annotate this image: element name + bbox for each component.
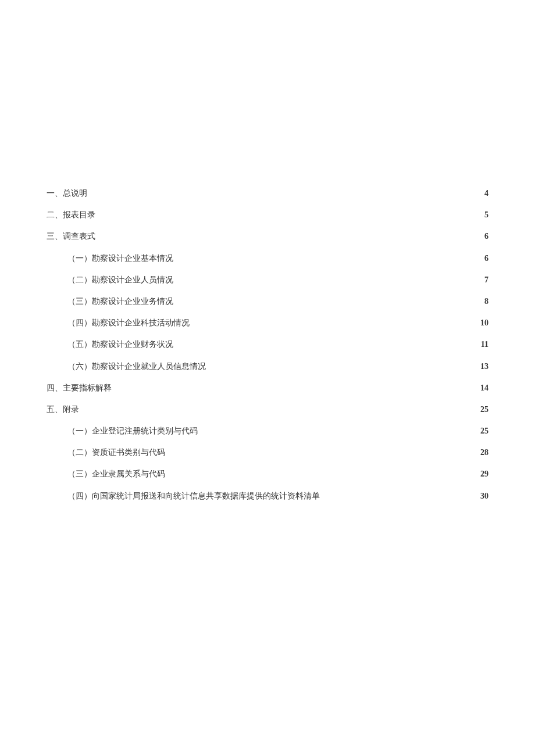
toc-page-number: 8 <box>483 294 488 309</box>
toc-page-number: 13 <box>479 359 488 374</box>
toc-label: （四）勘察设计企业科技活动情况 <box>67 316 190 330</box>
toc-label: （五）勘察设计企业财务状况 <box>67 337 173 352</box>
toc-leader-dots <box>87 188 483 196</box>
toc-entry: （六）勘察设计企业就业人员信息情况13 <box>47 359 488 374</box>
toc-label: 二、报表目录 <box>47 207 95 222</box>
toc-label: （三）企业隶属关系与代码 <box>67 467 165 481</box>
toc-label: （六）勘察设计企业就业人员信息情况 <box>67 359 206 374</box>
toc-label: 五、附录 <box>47 402 79 417</box>
toc-leader-dots <box>173 339 480 347</box>
toc-label: 一、总说明 <box>47 186 87 200</box>
toc-entry: （二）勘察设计企业人员情况7 <box>47 273 488 287</box>
toc-entry: （三）勘察设计企业业务情况8 <box>47 294 488 309</box>
toc-leader-dots <box>190 317 479 325</box>
toc-entry: （一）企业登记注册统计类别与代码25 <box>47 424 488 438</box>
toc-leader-dots <box>165 468 479 476</box>
toc-page-number: 6 <box>483 229 488 243</box>
toc-leader-dots <box>173 253 483 261</box>
toc-label: （一）勘察设计企业基本情况 <box>67 251 173 266</box>
toc-page-number: 30 <box>479 489 488 503</box>
toc-page-number: 7 <box>483 273 488 287</box>
toc-entry: 一、总说明4 <box>47 186 488 200</box>
toc-page-number: 14 <box>479 381 488 395</box>
toc-label: （二）勘察设计企业人员情况 <box>67 273 173 287</box>
toc-label: （二）资质证书类别与代码 <box>67 445 165 460</box>
toc-leader-dots <box>112 382 479 390</box>
toc-leader-dots <box>95 231 483 239</box>
toc-entry: （四）向国家统计局报送和向统计信息共享数据库提供的统计资料清单30 <box>47 489 488 503</box>
toc-label: （一）企业登记注册统计类别与代码 <box>67 424 198 438</box>
toc-leader-dots <box>206 361 479 369</box>
toc-entry: （四）勘察设计企业科技活动情况10 <box>47 316 488 330</box>
toc-page-number: 5 <box>483 207 488 222</box>
toc-entry: （五）勘察设计企业财务状况11 <box>47 337 488 352</box>
toc-page-number: 28 <box>479 445 488 460</box>
toc-label: 三、调查表式 <box>47 229 95 243</box>
toc-page-number: 25 <box>479 402 488 417</box>
toc-entry: （二）资质证书类别与代码28 <box>47 445 488 460</box>
toc-entry: （三）企业隶属关系与代码29 <box>47 467 488 481</box>
toc-page-number: 29 <box>479 467 488 481</box>
toc-leader-dots <box>95 209 483 217</box>
toc-entry: 四、主要指标解释14 <box>47 381 488 395</box>
toc-entry: 三、调查表式6 <box>47 229 488 243</box>
toc-entry: 二、报表目录5 <box>47 207 488 222</box>
toc-page-number: 25 <box>479 424 488 438</box>
table-of-contents: 一、总说明4二、报表目录5三、调查表式6（一）勘察设计企业基本情况6（二）勘察设… <box>47 186 488 503</box>
toc-leader-dots <box>320 490 479 499</box>
toc-leader-dots <box>173 296 483 304</box>
toc-label: 四、主要指标解释 <box>47 381 112 395</box>
toc-page-number: 11 <box>480 337 488 352</box>
toc-entry: 五、附录25 <box>47 402 488 417</box>
toc-leader-dots <box>173 274 483 282</box>
toc-label: （三）勘察设计企业业务情况 <box>67 294 173 309</box>
toc-page-number: 4 <box>483 186 488 200</box>
toc-label: （四）向国家统计局报送和向统计信息共享数据库提供的统计资料清单 <box>67 489 320 503</box>
toc-leader-dots <box>165 447 479 455</box>
toc-entry: （一）勘察设计企业基本情况6 <box>47 251 488 266</box>
toc-page-number: 6 <box>483 251 488 266</box>
toc-leader-dots <box>79 404 479 412</box>
toc-page-number: 10 <box>479 316 488 330</box>
toc-page: 一、总说明4二、报表目录5三、调查表式6（一）勘察设计企业基本情况6（二）勘察设… <box>0 0 535 503</box>
toc-leader-dots <box>198 425 479 433</box>
